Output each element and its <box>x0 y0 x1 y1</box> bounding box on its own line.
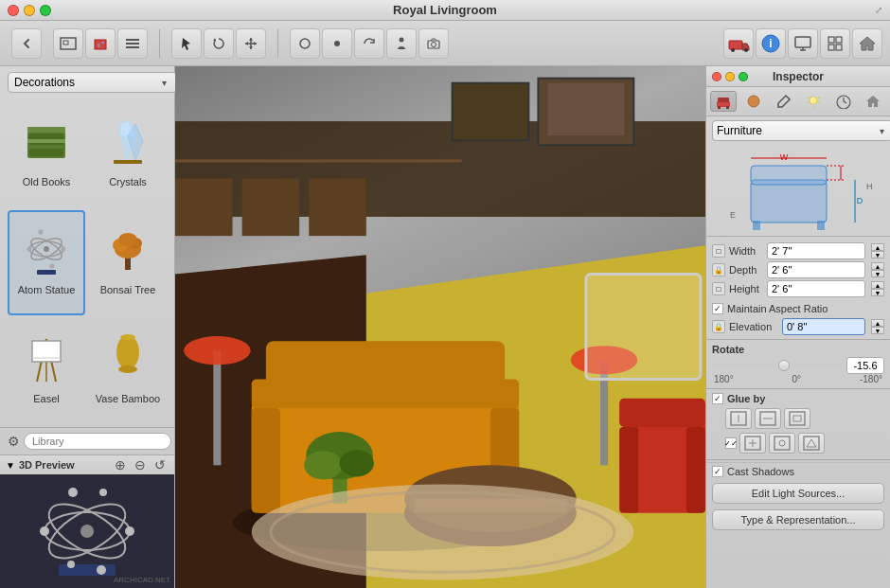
category-dropdown[interactable]: Decorations <box>8 72 177 93</box>
glue-box-2[interactable] <box>755 408 781 429</box>
svg-rect-84 <box>266 341 505 399</box>
close-button[interactable] <box>8 5 19 16</box>
item-label: Bonsai Tree <box>100 284 156 295</box>
view-group <box>49 28 151 59</box>
glue-checkbox[interactable] <box>712 393 723 404</box>
depth-increment[interactable]: ▲ <box>871 262 884 270</box>
width-stepper[interactable]: ▲ ▼ <box>871 243 884 258</box>
svg-point-14 <box>731 48 735 52</box>
elevation-stepper[interactable]: ▲ ▼ <box>871 319 884 334</box>
list-view-button[interactable] <box>117 28 148 59</box>
glue-box-6[interactable] <box>798 433 825 454</box>
width-value[interactable]: 2' 7" <box>767 242 865 259</box>
rotate-tool[interactable] <box>204 28 234 59</box>
house-icon[interactable] <box>852 28 882 59</box>
back-button[interactable] <box>11 28 42 59</box>
svg-point-54 <box>120 334 135 340</box>
rotate-value[interactable]: -15.6 <box>846 357 884 374</box>
search-input[interactable] <box>24 433 171 450</box>
elevation-decrement[interactable]: ▼ <box>871 327 884 334</box>
building-button[interactable] <box>85 28 116 59</box>
width-lock-icon: □ <box>712 244 725 258</box>
sep1 <box>159 29 160 58</box>
grid-icon[interactable] <box>820 28 850 59</box>
glue-box-5[interactable] <box>769 433 795 454</box>
glue-sub-checkbox[interactable]: ✓ <box>725 437 737 449</box>
svg-rect-76 <box>453 83 529 141</box>
list-item[interactable]: Old Books <box>8 102 85 206</box>
cast-shadows-checkbox[interactable] <box>712 466 723 477</box>
inspector-max-button[interactable] <box>739 72 748 81</box>
aspect-ratio-checkbox[interactable] <box>712 303 723 314</box>
height-stepper[interactable]: ▲ ▼ <box>871 281 884 296</box>
inspector-tab-settings[interactable] <box>830 91 857 112</box>
zoom-out-button[interactable]: ⊖ <box>132 457 149 472</box>
inspector-tab-light[interactable] <box>800 91 827 112</box>
height-value[interactable]: 2' 6" <box>767 280 865 297</box>
move-tool[interactable] <box>236 28 266 59</box>
edit-light-sources-button[interactable]: Edit Light Sources... <box>712 483 884 504</box>
gear-icon[interactable]: ⚙ <box>8 432 20 451</box>
zoom-in-button[interactable]: ⊕ <box>112 457 129 472</box>
depth-stepper[interactable]: ▲ ▼ <box>871 262 884 277</box>
width-increment[interactable]: ▲ <box>871 243 884 251</box>
dot-tool[interactable] <box>322 28 352 59</box>
person-tool[interactable] <box>386 28 417 59</box>
glue-box-1[interactable] <box>725 408 752 429</box>
elevation-value[interactable]: 0' 8" <box>782 318 865 335</box>
title-bar: Royal Livingroom ⤢ <box>0 0 890 21</box>
item-label: Easel <box>33 393 60 404</box>
list-item[interactable]: Easel <box>8 319 85 423</box>
inspector-tab-furniture[interactable] <box>710 91 737 112</box>
svg-point-36 <box>44 246 49 252</box>
rotate-thumb[interactable] <box>778 360 790 371</box>
svg-point-52 <box>116 335 139 369</box>
maximize-button[interactable] <box>40 5 51 16</box>
camera-tool[interactable] <box>418 28 449 59</box>
info-icon[interactable]: i <box>756 28 786 59</box>
select-tool[interactable] <box>171 28 202 59</box>
items-grid: Old Books Crystals <box>0 98 174 427</box>
width-decrement[interactable]: ▼ <box>871 251 884 258</box>
window-controls[interactable] <box>8 5 51 16</box>
inspector-tab-edit[interactable] <box>770 91 796 112</box>
inspector-controls[interactable] <box>712 72 748 81</box>
list-item[interactable]: Vase Bamboo <box>89 319 167 423</box>
minimize-button[interactable] <box>24 5 35 16</box>
inspector-tab-home[interactable] <box>860 91 886 112</box>
glue-box-3[interactable] <box>784 408 810 429</box>
list-item[interactable]: Crystals <box>89 102 167 206</box>
depth-decrement[interactable]: ▼ <box>871 270 884 277</box>
svg-text:W: W <box>780 152 789 162</box>
rotate-max: -180° <box>860 374 882 384</box>
inspector-tab-material[interactable] <box>740 91 767 112</box>
floor-plan-button[interactable] <box>53 28 83 59</box>
preview-toggle[interactable]: ▼ <box>6 460 15 471</box>
furniture-type-dropdown[interactable]: Furniture <box>712 120 890 141</box>
list-item[interactable]: Atom Statue <box>8 210 85 314</box>
truck-icon[interactable] <box>723 28 754 59</box>
circle-tool[interactable] <box>290 28 320 59</box>
glue-box-4[interactable] <box>739 433 766 454</box>
width-row: □ Width 2' 7" ▲ ▼ <box>712 242 884 259</box>
tools-group <box>168 28 270 59</box>
type-representation-button[interactable]: Type & Representation... <box>712 509 884 530</box>
refresh-tool[interactable] <box>354 28 384 59</box>
rotate-slider[interactable] <box>712 364 843 367</box>
depth-value[interactable]: 2' 6" <box>767 261 865 278</box>
inspector-close-button[interactable] <box>712 72 721 81</box>
svg-point-65 <box>99 489 107 496</box>
refresh-preview-button[interactable]: ↺ <box>151 457 169 472</box>
inspector-panel: Inspector Furni <box>705 66 890 588</box>
inspector-min-button[interactable] <box>725 72 735 81</box>
resize-handle[interactable]: ⤢ <box>875 5 882 15</box>
height-decrement[interactable]: ▼ <box>871 289 884 296</box>
svg-rect-26 <box>27 139 65 143</box>
list-item[interactable]: Bonsai Tree <box>89 210 167 314</box>
sep2 <box>277 29 278 58</box>
aspect-ratio-label: Maintain Aspect Ratio <box>727 303 828 314</box>
elevation-increment[interactable]: ▲ <box>871 319 884 327</box>
center-view[interactable] <box>175 66 705 588</box>
height-increment[interactable]: ▲ <box>871 281 884 289</box>
monitor-icon[interactable] <box>788 28 818 59</box>
